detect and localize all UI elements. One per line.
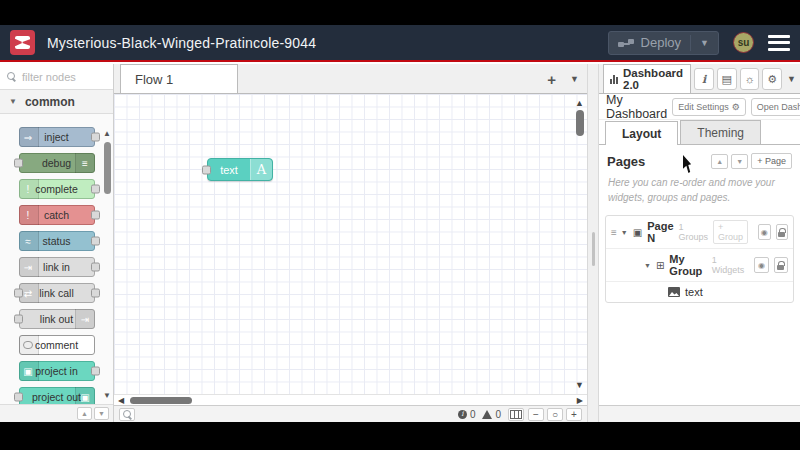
palette-node-debug[interactable]: debug ≡ [19,153,95,173]
group-lock-button[interactable] [774,257,788,273]
palette-category-common[interactable]: ▼ common [0,90,113,114]
workspace-title: Mysterious-Black-Winged-Pratincole-9044 [47,35,608,51]
node-output-port[interactable] [91,263,100,272]
page-visibility-button[interactable]: ◉ [758,224,770,240]
palette-expand-all-button[interactable]: ▼ [94,407,109,420]
node-icon: ▣ [75,387,95,404]
node-icon: ▣ [19,361,39,381]
tab-layout[interactable]: Layout [605,121,678,145]
palette-category-label: common [25,95,75,109]
canvas-scroll-right-icon[interactable]: ▶ [577,396,583,405]
tab-help-button[interactable]: ▤ [717,68,737,90]
group-name: My Group [669,253,706,277]
map-icon [510,410,522,419]
palette-node-link-out[interactable]: link out ⇥ [19,309,95,329]
drag-handle-icon[interactable]: ≡ [611,227,616,238]
search-flows-button[interactable] [119,408,135,421]
tree-row-page[interactable]: ≡ ▼ ▣ Page N 1 Groups + Group ◉ [606,216,793,248]
group-visibility-button[interactable]: ◉ [754,257,768,273]
palette-scroll-up-icon[interactable]: ▲ [103,129,111,138]
node-input-port[interactable] [14,289,23,298]
canvas-hscrollbar[interactable]: ◀ ▶ [114,394,587,405]
page-lock-button[interactable] [776,224,788,240]
palette-node-project-in[interactable]: project in ▣ [19,361,95,381]
sidebar-tab-bar: Dashboard 2.0 i ▤ ☼ ⚙ ▼ [599,64,800,94]
flow-canvas[interactable]: text A ▲ ▼ [114,94,587,394]
node-icon: ⇒ [19,127,39,147]
collapse-pages-button[interactable]: ▲ [711,154,728,169]
palette-node-project-out[interactable]: project out ▣ [19,387,95,404]
palette-node-comment[interactable]: comment [19,335,95,355]
node-output-port[interactable] [91,211,100,220]
canvas-scroll-down-icon[interactable]: ▼ [575,380,584,390]
node-output-port[interactable] [91,185,100,194]
deploy-caret-icon[interactable]: ▼ [700,38,709,48]
open-dashboard-button[interactable]: Open Dashboard↗ [751,98,800,116]
add-group-button[interactable]: + Group [713,220,748,244]
canvas-scroll-left-icon[interactable]: ◀ [118,396,124,405]
canvas-vscrollbar-thumb[interactable] [576,110,584,136]
search-icon [7,72,16,81]
node-input-port[interactable] [14,393,23,402]
header: Mysterious-Black-Winged-Pratincole-9044 … [0,25,800,62]
zoom-in-button[interactable]: + [566,408,582,421]
tree-row-widget[interactable]: text [606,281,793,302]
tab-dashboard-2[interactable]: Dashboard 2.0 [603,64,691,93]
dashboard-title: My Dashboard [606,93,667,121]
canvas-footer: i 0 0 − ○ + [114,405,587,422]
chevron-down-icon[interactable]: ▼ [644,262,651,269]
tab-config-button[interactable]: ⚙ [762,68,782,90]
zoom-reset-button[interactable]: ○ [547,408,563,421]
sidebar-tabs-caret-icon[interactable]: ▼ [787,74,796,84]
deploy-label: Deploy [641,35,681,50]
sidebar: Dashboard 2.0 i ▤ ☼ ⚙ ▼ My Dashboard Edi… [599,64,800,422]
navigator-button[interactable] [508,408,524,421]
group-widget-count: 1 Widgets [712,255,745,275]
palette-node-link-call[interactable]: link call ⇄ [19,283,95,303]
edit-settings-button[interactable]: Edit Settings⚙ [672,98,746,116]
tab-theming[interactable]: Theming [680,120,761,144]
canvas-scroll-up-icon[interactable]: ▲ [575,98,584,108]
node-output-port[interactable] [91,367,100,376]
palette-scrollbar-thumb[interactable] [104,142,111,194]
zoom-out-button[interactable]: − [528,408,544,421]
tab-info-button[interactable]: i [694,68,714,90]
flow-node-text[interactable]: text A [207,158,273,181]
pages-header: Pages ▲ ▼ + Page [599,145,800,171]
pages-help-text: Here you can re-order and move your widg… [599,171,800,213]
node-icon: ! [19,205,39,225]
add-page-button[interactable]: + Page [751,153,792,169]
main-menu-button[interactable] [768,35,790,51]
palette-node-link-in[interactable]: link in ⇥ [19,257,95,277]
palette-search[interactable]: filter nodes [0,64,113,90]
deploy-button[interactable]: Deploy ▼ [608,31,719,55]
palette-node-inject[interactable]: inject ⇒ [19,127,95,147]
node-output-port[interactable] [91,289,100,298]
palette-scroll-down-icon[interactable]: ▼ [103,391,111,400]
flow-list-caret-icon[interactable]: ▼ [570,74,579,84]
chevron-down-icon: ▼ [9,97,17,106]
palette-node-complete[interactable]: complete ! [19,179,95,199]
node-input-port[interactable] [202,165,211,174]
palette-node-status[interactable]: status ≈ [19,231,95,251]
node-output-port[interactable] [91,133,100,142]
add-flow-button[interactable]: + [547,71,556,88]
text-widget-icon: A [250,159,272,180]
tree-row-group[interactable]: ▼ ⊞ My Group 1 Widgets ◉ [606,248,793,281]
tab-debug-button[interactable]: ☼ [740,68,760,90]
tab-flow-1[interactable]: Flow 1 [120,64,238,93]
node-input-port[interactable] [14,315,23,324]
expand-pages-button[interactable]: ▼ [731,154,748,169]
canvas-hscrollbar-thumb[interactable] [130,397,192,404]
node-input-port[interactable] [14,159,23,168]
info-count: i 0 [458,409,476,420]
flow-tab-bar: Flow 1 + ▼ [114,64,587,94]
palette-footer: ▲ ▼ [0,404,113,422]
palette-collapse-all-button[interactable]: ▲ [77,407,92,420]
user-avatar[interactable]: su [733,32,754,53]
palette-node-catch[interactable]: catch ! [19,205,95,225]
node-output-port[interactable] [91,237,100,246]
sidebar-splitter[interactable] [587,64,599,422]
search-icon [123,410,132,419]
chevron-down-icon[interactable]: ▼ [621,229,628,236]
